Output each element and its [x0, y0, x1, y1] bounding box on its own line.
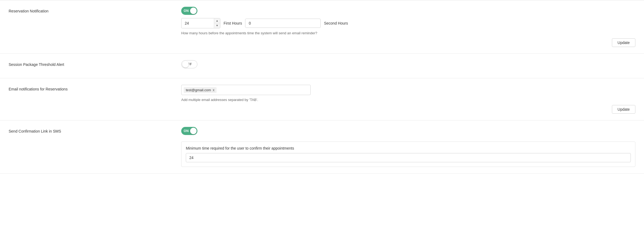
email-update-button[interactable]: Update — [612, 105, 635, 114]
stepper-down-btn[interactable]: ▼ — [214, 23, 220, 28]
reservation-notification-control: ON ▲ ▼ First Hours Second Hours How many… — [181, 7, 635, 47]
session-package-toggle[interactable]: OFF — [181, 60, 197, 68]
min-time-box: Minimum time required for the user to co… — [181, 141, 635, 167]
email-tag-value: test@gmail.com — [186, 88, 211, 92]
toggle-thumb — [190, 8, 197, 14]
email-hint: Add multiple email addresses separated b… — [181, 98, 635, 102]
first-hours-label: First Hours — [224, 21, 242, 25]
toggle-thumb-sms — [190, 128, 197, 134]
email-notifications-label: Email notifications for Reservations — [9, 85, 181, 91]
stepper-buttons: ▲ ▼ — [214, 18, 220, 28]
send-confirmation-control: ON Minimum time required for the user to… — [181, 127, 635, 167]
email-input[interactable] — [218, 87, 308, 93]
first-hours-input[interactable] — [181, 19, 214, 28]
email-tag: test@gmail.com x — [184, 87, 217, 93]
min-time-label: Minimum time required for the user to co… — [186, 146, 631, 150]
toggle-thumb-off — [182, 61, 189, 68]
reservation-notification-toggle[interactable]: ON — [181, 7, 197, 15]
toggle-on-label: ON — [184, 9, 189, 13]
send-confirmation-label: Send Confirmation Link in SMS — [9, 127, 181, 133]
send-confirmation-row: Send Confirmation Link in SMS ON Minimum… — [0, 120, 644, 174]
second-hours-label: Second Hours — [324, 21, 348, 25]
second-hours-input[interactable] — [245, 19, 321, 28]
toggle-track-off: OFF — [181, 60, 197, 68]
toggle-track-on: ON — [181, 7, 197, 15]
first-hours-input-wrapper: ▲ ▼ — [181, 18, 220, 28]
toggle-track-sms-on: ON — [181, 127, 197, 135]
session-package-label: Session Package Threshold Alert — [9, 60, 181, 67]
email-tags-container: test@gmail.com x — [181, 85, 311, 95]
toggle-sms-on-label: ON — [184, 129, 189, 133]
email-notifications-control: test@gmail.com x Add multiple email addr… — [181, 85, 635, 114]
reservation-update-row: Update — [181, 38, 635, 47]
hours-input-group: ▲ ▼ First Hours Second Hours — [181, 18, 635, 28]
reservation-hint: How many hours before the appointments t… — [181, 31, 635, 35]
stepper-up-btn[interactable]: ▲ — [214, 18, 220, 23]
reservation-update-button[interactable]: Update — [612, 38, 635, 47]
reservation-notification-label: Reservation Notification — [9, 7, 181, 13]
email-notifications-row: Email notifications for Reservations tes… — [0, 78, 644, 120]
session-package-control: OFF — [181, 60, 635, 72]
reservation-notification-row: Reservation Notification ON ▲ ▼ Firs — [0, 0, 644, 54]
send-confirmation-toggle[interactable]: ON — [181, 127, 197, 135]
email-tag-remove[interactable]: x — [213, 88, 214, 92]
min-time-input[interactable] — [186, 153, 631, 162]
email-update-row: Update — [181, 105, 635, 114]
session-package-row: Session Package Threshold Alert OFF — [0, 54, 644, 78]
